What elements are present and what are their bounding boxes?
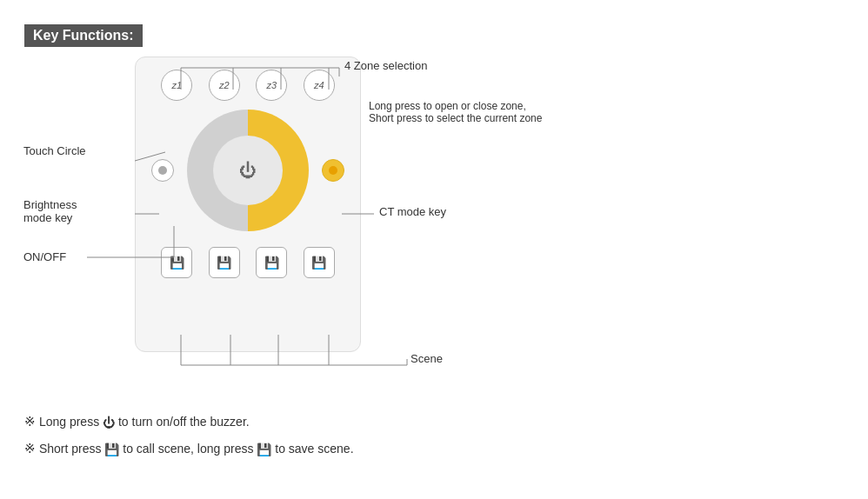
scene-btn-2[interactable]: 💾 bbox=[209, 247, 240, 278]
power-note-icon: ⏻ bbox=[103, 416, 115, 429]
center-area: ⏻ bbox=[136, 110, 360, 231]
device-panel: z1 z2 z3 z4 ⏻ 💾 💾 💾 💾 bbox=[135, 57, 361, 352]
zone-btn-3[interactable]: z3 bbox=[256, 70, 287, 101]
zone-btn-2[interactable]: z2 bbox=[209, 70, 240, 101]
zone-buttons-row: z1 z2 z3 z4 bbox=[136, 57, 360, 101]
scene-btn-3[interactable]: 💾 bbox=[256, 247, 287, 278]
touch-circle[interactable]: ⏻ bbox=[187, 110, 309, 231]
scene-btn-4[interactable]: 💾 bbox=[304, 247, 335, 278]
save-note-icon-1: 💾 bbox=[104, 442, 119, 456]
power-button[interactable]: ⏻ bbox=[213, 136, 283, 205]
zone-btn-1[interactable]: z1 bbox=[161, 70, 192, 101]
power-icon: ⏻ bbox=[239, 161, 257, 181]
save-note-icon-2: 💾 bbox=[257, 442, 271, 456]
scene-icon-3: 💾 bbox=[264, 256, 279, 269]
brightness-mode-label: Brightnessmode key bbox=[23, 198, 77, 224]
scene-icon-1: 💾 bbox=[170, 256, 184, 269]
note-line-1: ※ Long press ⏻ to turn on/off the buzzer… bbox=[24, 412, 354, 432]
scene-label: Scene bbox=[411, 352, 443, 365]
scene-icon-2: 💾 bbox=[217, 256, 231, 269]
on-off-label: ON/OFF bbox=[23, 250, 66, 263]
ct-icon bbox=[329, 166, 337, 175]
brightness-mode-btn[interactable] bbox=[151, 159, 174, 182]
notes-section: ※ Long press ⏻ to turn on/off the buzzer… bbox=[24, 412, 354, 466]
key-functions-header: Key Functions: bbox=[24, 24, 143, 47]
ct-mode-label: CT mode key bbox=[379, 205, 446, 218]
zone-sublabel: Long press to open or close zone, Short … bbox=[369, 100, 542, 124]
scene-icon-4: 💾 bbox=[311, 256, 326, 269]
touch-circle-label: Touch Circle bbox=[23, 144, 86, 157]
scene-btn-1[interactable]: 💾 bbox=[161, 247, 192, 278]
zone-selection-label: 4 Zone selection bbox=[344, 59, 427, 72]
brightness-icon bbox=[158, 166, 167, 175]
scene-buttons-row: 💾 💾 💾 💾 bbox=[136, 231, 360, 278]
note-line-2: ※ Short press 💾 to call scene, long pres… bbox=[24, 439, 354, 459]
key-functions-title: Key Functions: bbox=[33, 28, 134, 43]
zone-btn-4[interactable]: z4 bbox=[304, 70, 335, 101]
ct-mode-btn[interactable] bbox=[322, 159, 344, 182]
